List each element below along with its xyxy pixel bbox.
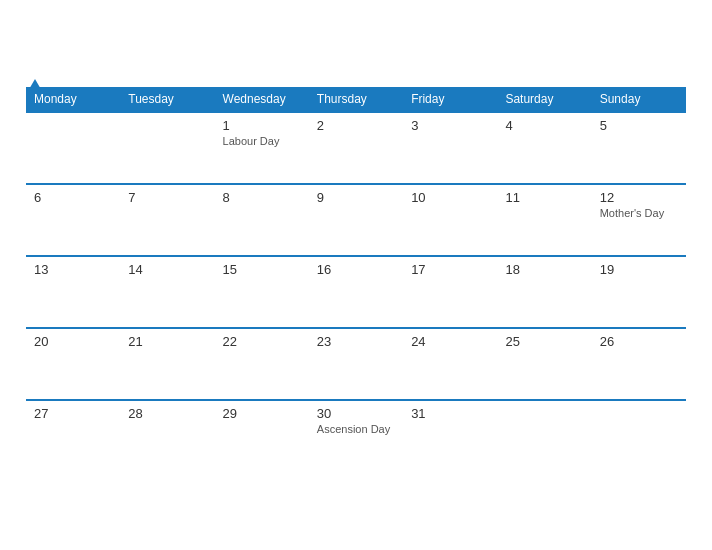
day-number: 3: [411, 118, 489, 133]
calendar-cell: 9: [309, 184, 403, 256]
calendar-cell: 6: [26, 184, 120, 256]
calendar-cell: 28: [120, 400, 214, 472]
day-number: 19: [600, 262, 678, 277]
calendar-body: 1Labour Day23456789101112Mother's Day131…: [26, 112, 686, 472]
day-number: 27: [34, 406, 112, 421]
calendar-cell: 24: [403, 328, 497, 400]
calendar-cell: 27: [26, 400, 120, 472]
weekday-header-wednesday: Wednesday: [215, 87, 309, 112]
calendar-cell: 17: [403, 256, 497, 328]
holiday-label: Mother's Day: [600, 207, 678, 219]
calendar-cell: 18: [497, 256, 591, 328]
day-number: 12: [600, 190, 678, 205]
day-number: 21: [128, 334, 206, 349]
day-number: 29: [223, 406, 301, 421]
calendar-cell: 22: [215, 328, 309, 400]
calendar-cell: [26, 112, 120, 184]
day-number: 23: [317, 334, 395, 349]
weekday-header-sunday: Sunday: [592, 87, 686, 112]
calendar-cell: 12Mother's Day: [592, 184, 686, 256]
logo-triangle-icon: [28, 79, 42, 91]
day-number: 28: [128, 406, 206, 421]
calendar-cell: [497, 400, 591, 472]
week-row-1: 1Labour Day2345: [26, 112, 686, 184]
day-number: 9: [317, 190, 395, 205]
calendar-cell: 7: [120, 184, 214, 256]
day-number: 15: [223, 262, 301, 277]
day-number: 2: [317, 118, 395, 133]
calendar-cell: 1Labour Day: [215, 112, 309, 184]
calendar-cell: 19: [592, 256, 686, 328]
calendar-cell: 15: [215, 256, 309, 328]
week-row-2: 6789101112Mother's Day: [26, 184, 686, 256]
day-number: 17: [411, 262, 489, 277]
calendar-cell: [120, 112, 214, 184]
calendar-cell: [592, 400, 686, 472]
calendar-cell: 21: [120, 328, 214, 400]
week-row-3: 13141516171819: [26, 256, 686, 328]
calendar-cell: 25: [497, 328, 591, 400]
calendar-cell: 29: [215, 400, 309, 472]
day-number: 14: [128, 262, 206, 277]
calendar-cell: 10: [403, 184, 497, 256]
calendar-cell: 23: [309, 328, 403, 400]
calendar-container: MondayTuesdayWednesdayThursdayFridaySatu…: [11, 69, 701, 482]
day-number: 11: [505, 190, 583, 205]
calendar-header-row: MondayTuesdayWednesdayThursdayFridaySatu…: [26, 87, 686, 112]
logo: [26, 79, 42, 91]
calendar-table: MondayTuesdayWednesdayThursdayFridaySatu…: [26, 87, 686, 472]
day-number: 16: [317, 262, 395, 277]
day-number: 24: [411, 334, 489, 349]
day-number: 26: [600, 334, 678, 349]
day-number: 8: [223, 190, 301, 205]
day-number: 10: [411, 190, 489, 205]
day-number: 22: [223, 334, 301, 349]
weekday-header-thursday: Thursday: [309, 87, 403, 112]
day-number: 13: [34, 262, 112, 277]
calendar-cell: 20: [26, 328, 120, 400]
day-number: 5: [600, 118, 678, 133]
calendar-cell: 26: [592, 328, 686, 400]
day-number: 4: [505, 118, 583, 133]
calendar-cell: 2: [309, 112, 403, 184]
day-number: 31: [411, 406, 489, 421]
calendar-cell: 5: [592, 112, 686, 184]
day-number: 1: [223, 118, 301, 133]
day-number: 7: [128, 190, 206, 205]
calendar-cell: 30Ascension Day: [309, 400, 403, 472]
day-number: 20: [34, 334, 112, 349]
week-row-4: 20212223242526: [26, 328, 686, 400]
day-number: 30: [317, 406, 395, 421]
calendar-cell: 14: [120, 256, 214, 328]
calendar-cell: 13: [26, 256, 120, 328]
day-number: 18: [505, 262, 583, 277]
holiday-label: Labour Day: [223, 135, 301, 147]
week-row-5: 27282930Ascension Day31: [26, 400, 686, 472]
calendar-cell: 16: [309, 256, 403, 328]
calendar-cell: 11: [497, 184, 591, 256]
weekday-header-friday: Friday: [403, 87, 497, 112]
calendar-cell: 31: [403, 400, 497, 472]
weekday-header-saturday: Saturday: [497, 87, 591, 112]
day-number: 6: [34, 190, 112, 205]
calendar-cell: 8: [215, 184, 309, 256]
day-number: 25: [505, 334, 583, 349]
calendar-cell: 3: [403, 112, 497, 184]
weekday-header-tuesday: Tuesday: [120, 87, 214, 112]
calendar-cell: 4: [497, 112, 591, 184]
holiday-label: Ascension Day: [317, 423, 395, 435]
